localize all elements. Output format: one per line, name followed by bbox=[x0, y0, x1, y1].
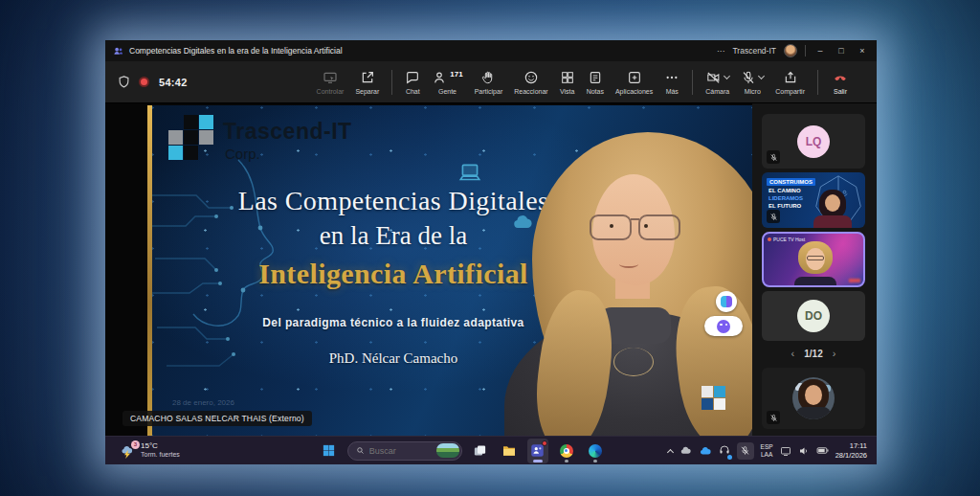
onedrive-icon[interactable] bbox=[699, 444, 712, 458]
slide-date: 28 de enero, 2026 bbox=[172, 398, 234, 407]
mic-off-icon bbox=[741, 70, 756, 85]
self-view-tile[interactable] bbox=[762, 368, 865, 429]
mic-muted-badge bbox=[767, 411, 780, 424]
participant-sidebar: LQ CONSTRUIMOS EL CAMINO LIDERAMOS EL FU… bbox=[752, 103, 877, 436]
banner-line: LIDERAMOS bbox=[767, 195, 815, 201]
file-explorer-button[interactable] bbox=[499, 439, 520, 463]
page-prev-icon[interactable]: ‹ bbox=[791, 348, 795, 359]
weather-desc: Torm. fuertes bbox=[141, 451, 180, 460]
self-avatar bbox=[792, 377, 835, 419]
people-icon bbox=[432, 70, 447, 85]
presenter-smile bbox=[619, 260, 638, 268]
taskbar-search[interactable] bbox=[347, 441, 462, 461]
shared-screen-stage[interactable]: Trascend-IT Corp. Las Competencias Digit… bbox=[105, 103, 752, 436]
trascend-logo: Trascend-IT Corp. bbox=[168, 115, 352, 162]
recording-indicator bbox=[139, 77, 149, 87]
more-button[interactable]: Más bbox=[658, 70, 685, 95]
weather-widget[interactable]: 3 15°C Torm. fuertes bbox=[105, 441, 256, 460]
presenter-name-tag: CAMACHO SALAS NELCAR THAIS (Externo) bbox=[122, 411, 312, 426]
clock-date: 28/1/2026 bbox=[835, 451, 867, 461]
chevron-down-icon[interactable] bbox=[758, 73, 765, 79]
apps-button[interactable]: Aplicaciones bbox=[610, 70, 658, 95]
start-button[interactable] bbox=[319, 439, 340, 463]
participant-tile[interactable]: LQ bbox=[762, 114, 865, 169]
leave-button[interactable]: Salir bbox=[825, 70, 856, 95]
mic-button[interactable]: Micro bbox=[735, 70, 769, 95]
task-view-button[interactable] bbox=[470, 439, 491, 463]
meeting-toolbar: 54:42 Controlar Separar Chat bbox=[105, 61, 877, 103]
system-tray: ESP LAA 17:11 28/1/2026 bbox=[668, 441, 877, 461]
cast-display-icon[interactable] bbox=[780, 445, 791, 457]
mic-tray-item[interactable] bbox=[737, 442, 754, 460]
speaker-icon[interactable] bbox=[798, 445, 810, 457]
meeting-timer: 54:42 bbox=[159, 77, 188, 88]
banner-line: EL FUTURO bbox=[767, 203, 815, 209]
tray-cloud-icon[interactable] bbox=[679, 444, 692, 457]
account-avatar[interactable] bbox=[784, 44, 797, 57]
toolbar-divider bbox=[692, 70, 693, 95]
mic-off-icon bbox=[740, 445, 750, 456]
chat-icon bbox=[405, 70, 420, 85]
close-button[interactable]: × bbox=[856, 40, 869, 61]
active-speaker-tile[interactable]: PUCE TV Host bbox=[762, 232, 865, 287]
page-indicator: 1/12 bbox=[804, 349, 822, 359]
participant-tile[interactable]: CONSTRUIMOS EL CAMINO LIDERAMOS EL FUTUR… bbox=[762, 172, 865, 228]
page-next-icon[interactable]: › bbox=[833, 348, 836, 359]
reaction-emoji-icon bbox=[721, 296, 732, 307]
participant-pagination: ‹ 1/12 › bbox=[762, 345, 865, 362]
ellipsis-icon bbox=[664, 70, 679, 85]
banner-line: CONSTRUIMOS bbox=[767, 178, 815, 186]
participant-tile[interactable]: DO bbox=[762, 291, 865, 341]
search-highlight-image[interactable] bbox=[436, 443, 459, 458]
laptop-icon bbox=[456, 161, 484, 186]
camera-button[interactable]: Cámara bbox=[700, 70, 735, 95]
headset-tray-item[interactable] bbox=[719, 442, 730, 460]
minimize-button[interactable]: – bbox=[813, 40, 827, 61]
hidden-icons-chevron[interactable] bbox=[667, 448, 674, 455]
slide-gold-strip bbox=[147, 105, 152, 436]
battery-icon[interactable] bbox=[816, 444, 829, 457]
search-input[interactable] bbox=[369, 446, 432, 456]
smiley-icon bbox=[523, 70, 539, 85]
presenter-necklace bbox=[613, 348, 654, 376]
chevron-down-icon[interactable] bbox=[724, 73, 730, 79]
raise-hand-button[interactable]: Participar bbox=[469, 70, 509, 95]
logo-company-name: Trascend-IT bbox=[223, 121, 352, 143]
taskbar-clock[interactable]: 17:11 28/1/2026 bbox=[835, 441, 867, 461]
grid-icon bbox=[560, 70, 575, 85]
windows-logo-icon bbox=[322, 443, 336, 458]
share-button[interactable]: Compartir bbox=[769, 70, 811, 95]
smiley-purple-icon bbox=[717, 320, 730, 333]
lightning-icon bbox=[123, 450, 131, 459]
meeting-content: Trascend-IT Corp. Las Competencias Digit… bbox=[105, 103, 877, 436]
maximize-button[interactable]: □ bbox=[835, 40, 848, 61]
running-indicator bbox=[565, 460, 568, 462]
edge-icon bbox=[589, 444, 602, 458]
control-button[interactable]: Controlar bbox=[311, 70, 350, 95]
plus-square-icon bbox=[627, 70, 642, 85]
chrome-button[interactable] bbox=[556, 439, 577, 463]
emoji-overlay-button[interactable] bbox=[704, 316, 743, 336]
notes-button[interactable]: Notas bbox=[581, 70, 610, 95]
teams-taskbar-button[interactable] bbox=[527, 439, 548, 463]
folder-icon bbox=[501, 443, 517, 459]
react-button[interactable]: Reaccionar bbox=[508, 70, 553, 95]
toolbar-divider bbox=[391, 70, 392, 95]
running-indicator bbox=[533, 460, 543, 462]
presentation-slide: Trascend-IT Corp. Las Competencias Digit… bbox=[147, 105, 752, 436]
popout-button[interactable]: Separar bbox=[349, 70, 385, 95]
language-indicator[interactable]: ESP LAA bbox=[761, 443, 773, 458]
share-icon bbox=[783, 70, 798, 85]
window-titlebar: Competencias Digitales en la era de la I… bbox=[105, 40, 877, 61]
chat-button[interactable]: Chat bbox=[399, 70, 426, 95]
view-button[interactable]: Vista bbox=[554, 70, 581, 95]
reactions-overlay-badge[interactable] bbox=[716, 291, 737, 312]
clock-time: 17:11 bbox=[835, 441, 867, 451]
edge-button[interactable] bbox=[585, 439, 606, 463]
people-button[interactable]: 171 Gente bbox=[426, 70, 468, 95]
teams-app-icon bbox=[113, 46, 123, 56]
titlebar-more-icon[interactable]: ··· bbox=[717, 46, 725, 56]
participant-count: 171 bbox=[450, 70, 462, 79]
running-indicator bbox=[593, 460, 597, 462]
trascend-logo-squares bbox=[168, 115, 213, 162]
